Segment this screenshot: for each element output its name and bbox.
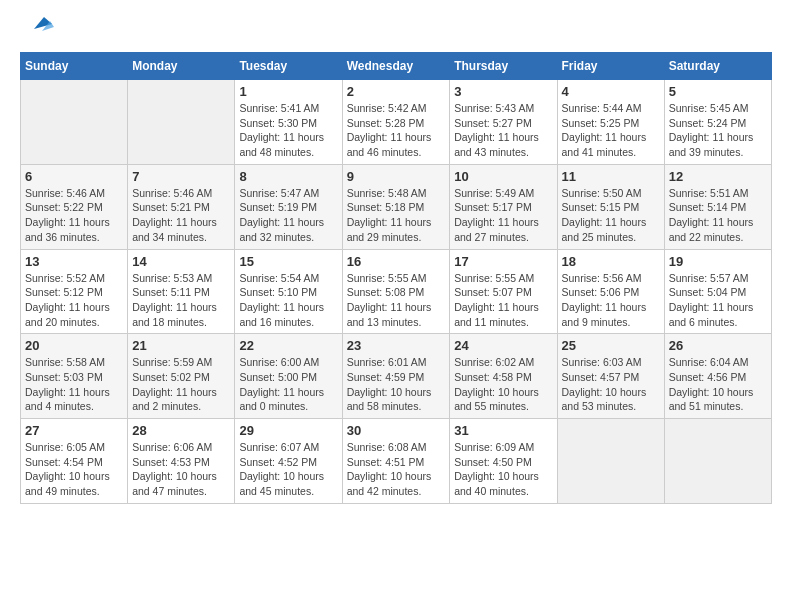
calendar-cell: 20Sunrise: 5:58 AM Sunset: 5:03 PM Dayli… [21, 334, 128, 419]
day-number: 6 [25, 169, 123, 184]
calendar-cell: 17Sunrise: 5:55 AM Sunset: 5:07 PM Dayli… [450, 249, 557, 334]
calendar-cell: 12Sunrise: 5:51 AM Sunset: 5:14 PM Dayli… [664, 164, 771, 249]
day-detail: Sunrise: 5:53 AM Sunset: 5:11 PM Dayligh… [132, 271, 230, 330]
day-detail: Sunrise: 5:59 AM Sunset: 5:02 PM Dayligh… [132, 355, 230, 414]
day-number: 22 [239, 338, 337, 353]
day-number: 31 [454, 423, 552, 438]
day-number: 11 [562, 169, 660, 184]
day-detail: Sunrise: 6:05 AM Sunset: 4:54 PM Dayligh… [25, 440, 123, 499]
day-detail: Sunrise: 5:58 AM Sunset: 5:03 PM Dayligh… [25, 355, 123, 414]
day-number: 14 [132, 254, 230, 269]
weekday-header: Thursday [450, 53, 557, 80]
calendar-cell: 14Sunrise: 5:53 AM Sunset: 5:11 PM Dayli… [128, 249, 235, 334]
calendar-cell: 9Sunrise: 5:48 AM Sunset: 5:18 PM Daylig… [342, 164, 450, 249]
calendar-cell: 15Sunrise: 5:54 AM Sunset: 5:10 PM Dayli… [235, 249, 342, 334]
day-detail: Sunrise: 5:41 AM Sunset: 5:30 PM Dayligh… [239, 101, 337, 160]
calendar-cell: 26Sunrise: 6:04 AM Sunset: 4:56 PM Dayli… [664, 334, 771, 419]
calendar-cell: 21Sunrise: 5:59 AM Sunset: 5:02 PM Dayli… [128, 334, 235, 419]
calendar-week-row: 13Sunrise: 5:52 AM Sunset: 5:12 PM Dayli… [21, 249, 772, 334]
day-number: 16 [347, 254, 446, 269]
day-number: 7 [132, 169, 230, 184]
weekday-header: Wednesday [342, 53, 450, 80]
calendar-cell: 5Sunrise: 5:45 AM Sunset: 5:24 PM Daylig… [664, 80, 771, 165]
day-detail: Sunrise: 5:55 AM Sunset: 5:07 PM Dayligh… [454, 271, 552, 330]
day-number: 2 [347, 84, 446, 99]
calendar-cell: 31Sunrise: 6:09 AM Sunset: 4:50 PM Dayli… [450, 419, 557, 504]
weekday-header: Friday [557, 53, 664, 80]
calendar-cell: 1Sunrise: 5:41 AM Sunset: 5:30 PM Daylig… [235, 80, 342, 165]
calendar-cell: 24Sunrise: 6:02 AM Sunset: 4:58 PM Dayli… [450, 334, 557, 419]
day-number: 19 [669, 254, 767, 269]
day-number: 28 [132, 423, 230, 438]
day-detail: Sunrise: 6:00 AM Sunset: 5:00 PM Dayligh… [239, 355, 337, 414]
day-detail: Sunrise: 5:55 AM Sunset: 5:08 PM Dayligh… [347, 271, 446, 330]
day-detail: Sunrise: 5:45 AM Sunset: 5:24 PM Dayligh… [669, 101, 767, 160]
day-detail: Sunrise: 5:57 AM Sunset: 5:04 PM Dayligh… [669, 271, 767, 330]
day-number: 12 [669, 169, 767, 184]
day-number: 15 [239, 254, 337, 269]
day-number: 20 [25, 338, 123, 353]
calendar-week-row: 27Sunrise: 6:05 AM Sunset: 4:54 PM Dayli… [21, 419, 772, 504]
day-number: 13 [25, 254, 123, 269]
calendar-cell [557, 419, 664, 504]
day-detail: Sunrise: 5:42 AM Sunset: 5:28 PM Dayligh… [347, 101, 446, 160]
calendar-cell: 11Sunrise: 5:50 AM Sunset: 5:15 PM Dayli… [557, 164, 664, 249]
day-number: 29 [239, 423, 337, 438]
calendar-cell: 13Sunrise: 5:52 AM Sunset: 5:12 PM Dayli… [21, 249, 128, 334]
day-number: 9 [347, 169, 446, 184]
day-number: 26 [669, 338, 767, 353]
day-detail: Sunrise: 5:54 AM Sunset: 5:10 PM Dayligh… [239, 271, 337, 330]
calendar-cell: 18Sunrise: 5:56 AM Sunset: 5:06 PM Dayli… [557, 249, 664, 334]
day-detail: Sunrise: 5:46 AM Sunset: 5:21 PM Dayligh… [132, 186, 230, 245]
calendar-cell: 4Sunrise: 5:44 AM Sunset: 5:25 PM Daylig… [557, 80, 664, 165]
day-detail: Sunrise: 6:08 AM Sunset: 4:51 PM Dayligh… [347, 440, 446, 499]
day-number: 21 [132, 338, 230, 353]
day-number: 10 [454, 169, 552, 184]
calendar-cell: 6Sunrise: 5:46 AM Sunset: 5:22 PM Daylig… [21, 164, 128, 249]
calendar-cell: 19Sunrise: 5:57 AM Sunset: 5:04 PM Dayli… [664, 249, 771, 334]
logo-icon [24, 9, 54, 39]
day-number: 8 [239, 169, 337, 184]
calendar-week-row: 6Sunrise: 5:46 AM Sunset: 5:22 PM Daylig… [21, 164, 772, 249]
day-detail: Sunrise: 5:56 AM Sunset: 5:06 PM Dayligh… [562, 271, 660, 330]
day-detail: Sunrise: 5:46 AM Sunset: 5:22 PM Dayligh… [25, 186, 123, 245]
day-number: 25 [562, 338, 660, 353]
weekday-header: Monday [128, 53, 235, 80]
day-detail: Sunrise: 5:47 AM Sunset: 5:19 PM Dayligh… [239, 186, 337, 245]
day-number: 5 [669, 84, 767, 99]
calendar-cell: 10Sunrise: 5:49 AM Sunset: 5:17 PM Dayli… [450, 164, 557, 249]
day-detail: Sunrise: 5:49 AM Sunset: 5:17 PM Dayligh… [454, 186, 552, 245]
day-number: 23 [347, 338, 446, 353]
calendar-cell: 7Sunrise: 5:46 AM Sunset: 5:21 PM Daylig… [128, 164, 235, 249]
day-number: 4 [562, 84, 660, 99]
weekday-header: Tuesday [235, 53, 342, 80]
calendar-week-row: 20Sunrise: 5:58 AM Sunset: 5:03 PM Dayli… [21, 334, 772, 419]
day-detail: Sunrise: 6:06 AM Sunset: 4:53 PM Dayligh… [132, 440, 230, 499]
day-number: 24 [454, 338, 552, 353]
day-number: 3 [454, 84, 552, 99]
day-detail: Sunrise: 6:09 AM Sunset: 4:50 PM Dayligh… [454, 440, 552, 499]
logo [20, 20, 54, 42]
day-detail: Sunrise: 6:04 AM Sunset: 4:56 PM Dayligh… [669, 355, 767, 414]
day-detail: Sunrise: 6:01 AM Sunset: 4:59 PM Dayligh… [347, 355, 446, 414]
day-number: 30 [347, 423, 446, 438]
calendar-cell: 2Sunrise: 5:42 AM Sunset: 5:28 PM Daylig… [342, 80, 450, 165]
day-detail: Sunrise: 6:02 AM Sunset: 4:58 PM Dayligh… [454, 355, 552, 414]
day-number: 17 [454, 254, 552, 269]
day-detail: Sunrise: 5:44 AM Sunset: 5:25 PM Dayligh… [562, 101, 660, 160]
day-detail: Sunrise: 5:51 AM Sunset: 5:14 PM Dayligh… [669, 186, 767, 245]
day-detail: Sunrise: 5:50 AM Sunset: 5:15 PM Dayligh… [562, 186, 660, 245]
weekday-header: Sunday [21, 53, 128, 80]
calendar-cell: 30Sunrise: 6:08 AM Sunset: 4:51 PM Dayli… [342, 419, 450, 504]
day-number: 18 [562, 254, 660, 269]
weekday-header: Saturday [664, 53, 771, 80]
day-detail: Sunrise: 5:52 AM Sunset: 5:12 PM Dayligh… [25, 271, 123, 330]
calendar-cell: 16Sunrise: 5:55 AM Sunset: 5:08 PM Dayli… [342, 249, 450, 334]
day-detail: Sunrise: 5:43 AM Sunset: 5:27 PM Dayligh… [454, 101, 552, 160]
calendar-cell [664, 419, 771, 504]
calendar-cell: 22Sunrise: 6:00 AM Sunset: 5:00 PM Dayli… [235, 334, 342, 419]
calendar-cell: 25Sunrise: 6:03 AM Sunset: 4:57 PM Dayli… [557, 334, 664, 419]
day-detail: Sunrise: 6:07 AM Sunset: 4:52 PM Dayligh… [239, 440, 337, 499]
calendar-header-row: SundayMondayTuesdayWednesdayThursdayFrid… [21, 53, 772, 80]
calendar-week-row: 1Sunrise: 5:41 AM Sunset: 5:30 PM Daylig… [21, 80, 772, 165]
